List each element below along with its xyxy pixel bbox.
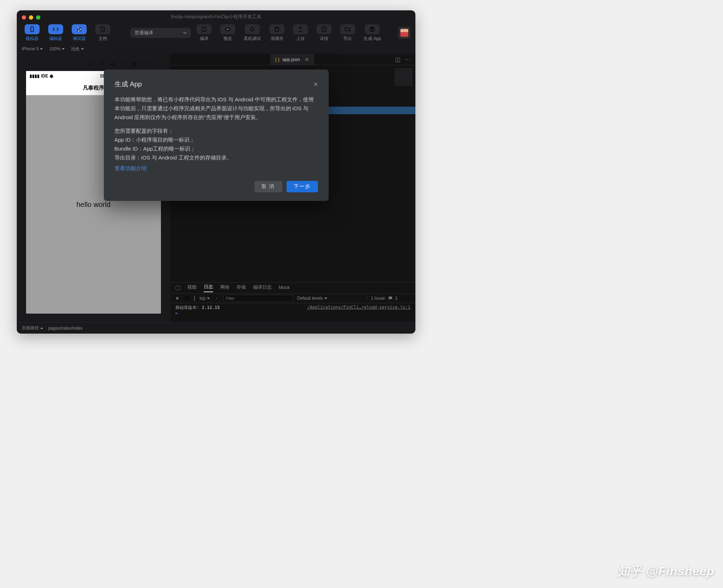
home-icon[interactable] (89, 61, 94, 66)
chevron-up-icon (40, 327, 43, 329)
console-tab-mock[interactable]: Mock (279, 285, 290, 292)
window-maximize-button[interactable] (36, 15, 40, 20)
dialog-line: 您所需要配置的字段有： (115, 127, 318, 136)
inspect-icon[interactable] (175, 285, 180, 290)
console-tab-log[interactable]: 日志 (204, 284, 213, 292)
console-tab-view[interactable]: 视图 (187, 284, 197, 292)
statusbar: 页面路径 pages/index/index (17, 322, 415, 334)
compile-mode-select[interactable]: 普通编译 (130, 28, 191, 38)
info-icon (321, 26, 327, 32)
console-tab-network[interactable]: 网络 (220, 284, 229, 292)
console-row: 基础库版本: 2.12.15 /Applications/FinCli…relo… (175, 305, 410, 311)
simulator-subbar: iPhone 5 100% 浅色 (17, 44, 415, 54)
wifi-icon: ◉ (50, 74, 53, 78)
editor-tabs: { } app.json ✕ ◫ ⋯ (170, 54, 415, 65)
details-label: 详情 (320, 36, 328, 42)
hello-world-text: hello world (76, 201, 111, 209)
scope-select[interactable]: top (199, 296, 210, 301)
split-editor-icon[interactable]: ◫ (395, 56, 400, 63)
preview-button[interactable]: 预览 (217, 23, 238, 43)
clear-cache-button[interactable]: 清缓存 (267, 23, 287, 43)
json-icon: { } (275, 57, 279, 62)
svg-point-12 (143, 62, 146, 64)
console-body: 基础库版本: 2.12.15 /Applications/FinCli…relo… (170, 303, 415, 322)
real-device-button[interactable]: 真机调试 (241, 23, 264, 43)
cut-icon[interactable] (110, 61, 115, 66)
user-avatar[interactable] (398, 27, 410, 39)
compile-button[interactable]: 编译 (194, 23, 214, 43)
window-title: finclip-miniprogram5-FinClip小程序开发工具 (22, 10, 410, 20)
clear-icon[interactable] (184, 296, 189, 301)
close-icon[interactable]: ✕ (305, 57, 309, 62)
docs-button[interactable]: 文档 (92, 23, 113, 43)
copy-icon[interactable] (132, 61, 137, 66)
play-icon[interactable] (175, 296, 180, 301)
more-icon[interactable]: ⋯ (405, 56, 410, 63)
upload-button[interactable]: 上传 (290, 23, 311, 43)
console-panel: 视图 日志 网络 存储 编译日志 Mock | top Default leve… (170, 282, 415, 322)
debugger-button[interactable]: 调试器 (69, 23, 90, 43)
levels-select[interactable]: Default levels (297, 296, 327, 301)
page-path-value: pages/index/index (48, 326, 83, 331)
svg-rect-10 (133, 62, 135, 64)
cancel-button[interactable]: 取 消 (254, 181, 282, 192)
console-source-link[interactable]: /Applications/FinCli…reload-service.js:1 (307, 305, 410, 311)
location-icon[interactable] (100, 61, 105, 66)
simulator-button[interactable]: 模拟器 (22, 23, 42, 43)
compile-label: 编译 (200, 36, 208, 42)
svg-rect-11 (133, 63, 136, 65)
rotate-icon[interactable] (121, 61, 126, 66)
editor-label: 编辑器 (49, 36, 62, 42)
simulator-icon-bar (89, 61, 147, 68)
issue-badge[interactable]: 1 Issue: 1 (367, 296, 398, 301)
signal-icon: ▮▮▮▮ (30, 74, 40, 78)
main-toolbar: 模拟器 编辑器 调试器 文档 普通编译 编译 预览 (17, 19, 415, 44)
next-button[interactable]: 下一步 (287, 181, 318, 192)
trash-icon (274, 26, 280, 32)
svg-point-3 (78, 30, 79, 31)
real-device-label: 真机调试 (244, 36, 261, 42)
compile-mode-value: 普通编译 (135, 30, 153, 36)
editor-button[interactable]: 编辑器 (45, 23, 66, 43)
gear-icon[interactable] (405, 296, 410, 301)
details-button[interactable]: 详情 (314, 23, 334, 43)
svg-rect-13 (176, 286, 180, 290)
minimap[interactable] (395, 68, 413, 86)
export-button[interactable]: 导出 (337, 23, 358, 43)
theme-select[interactable]: 浅色 (71, 46, 84, 52)
document-icon (100, 26, 106, 32)
search-icon[interactable] (142, 61, 147, 66)
filter-input[interactable] (223, 295, 293, 302)
bug-icon (249, 26, 256, 32)
clear-cache-label: 清缓存 (271, 36, 283, 42)
dialog-help-link[interactable]: 查看功能介绍 (115, 164, 147, 173)
svg-point-1 (78, 27, 79, 28)
upload-label: 上传 (296, 36, 305, 42)
svg-point-17 (407, 298, 409, 299)
window-close-button[interactable] (22, 15, 26, 20)
chat-icon (388, 296, 393, 301)
eye-icon[interactable] (214, 296, 219, 301)
dialog-close-button[interactable]: ✕ (313, 81, 318, 88)
chevron-down-icon (81, 48, 84, 50)
generate-app-button[interactable]: 生成 App (361, 23, 384, 43)
device-select[interactable]: iPhone 5 (22, 46, 43, 51)
dialog-line: 导出目录：iOS 与 Android 工程文件的存储目录。 (115, 153, 318, 162)
zoom-select[interactable]: 100% (49, 46, 65, 51)
console-prompt[interactable]: > (175, 311, 410, 316)
generate-app-dialog: 生成 App ✕ 本功能将帮助您，将已有小程序代码导出为 iOS 与 Andro… (104, 70, 329, 201)
chevron-down-icon (183, 32, 187, 34)
docs-label: 文档 (98, 36, 107, 42)
console-toolbar: | top Default levels 1 Issue: 1 (170, 293, 415, 303)
svg-point-2 (80, 29, 81, 30)
chevron-down-icon (62, 48, 65, 50)
console-tab-storage[interactable]: 存储 (237, 284, 246, 292)
editor-tab-label: app.json (282, 57, 300, 62)
console-tab-compile-log[interactable]: 编译日志 (253, 284, 272, 292)
window-minimize-button[interactable] (29, 15, 33, 20)
editor-tab-appjson[interactable]: { } app.json ✕ (270, 54, 314, 65)
dialog-body: 本功能将帮助您，将已有小程序代码导出为 iOS 与 Android 中可用的工程… (115, 95, 318, 173)
page-path-label[interactable]: 页面路径 (22, 325, 43, 331)
dialog-footer: 取 消 下一步 (115, 181, 318, 192)
dialog-title: 生成 App (115, 80, 142, 89)
